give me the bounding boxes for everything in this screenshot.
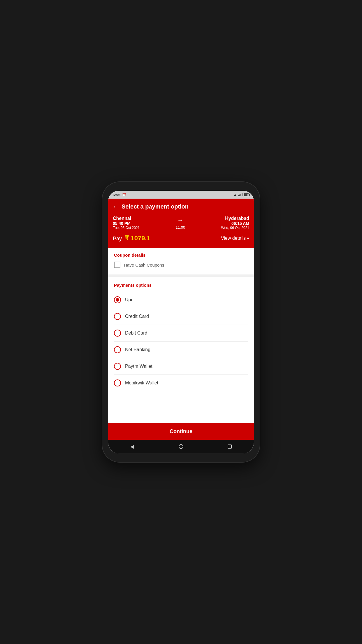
status-time: 12:03	[112, 193, 120, 197]
app-header: ← Select a payment option Chennai 05:40 …	[108, 199, 254, 248]
pay-label: Pay	[113, 236, 122, 242]
status-bar: 12:03 ⏰ ▲	[108, 191, 254, 199]
nav-bar: ◀	[108, 440, 254, 453]
alarm-icon: ⏰	[122, 193, 126, 197]
pay-row: Pay ₹ 1079.1 View details ▾	[113, 235, 249, 242]
radio-paytm-wallet	[114, 363, 121, 370]
radio-mobikwik-wallet	[114, 379, 121, 386]
coupon-row[interactable]: Have Cash Coupons	[114, 262, 248, 268]
payments-section-title: Payments options	[114, 283, 248, 288]
status-bar-left: 12:03 ⏰	[112, 193, 126, 197]
payment-option-mobikwik-wallet[interactable]: Mobikwik Wallet	[114, 375, 248, 391]
route-row: Chennai 05:40 PM Tue, 05 Oct 2021 → 11:0…	[113, 216, 249, 230]
radio-net-banking	[114, 346, 121, 353]
coupon-label: Have Cash Coupons	[124, 262, 164, 267]
route-arrow-icon: →	[177, 216, 184, 224]
nav-home-button[interactable]	[179, 444, 183, 449]
page-title: Select a payment option	[122, 203, 189, 210]
chevron-down-icon: ▾	[247, 236, 249, 241]
back-button[interactable]: ←	[113, 203, 119, 210]
origin-date: Tue, 05 Oct 2021	[113, 226, 140, 230]
pay-label-amount: Pay ₹ 1079.1	[113, 235, 150, 242]
nav-back-button[interactable]: ◀	[130, 443, 134, 450]
payment-label-mobikwik-wallet: Mobikwik Wallet	[125, 380, 158, 386]
payment-label-net-banking: Net Banking	[125, 347, 150, 352]
coupon-section-title: Coupon details	[114, 253, 248, 258]
view-details-label: View details	[221, 236, 246, 241]
coupon-checkbox[interactable]	[114, 262, 120, 268]
payment-option-debit-card[interactable]: Debit Card	[114, 325, 248, 342]
payment-label-upi: Upi	[125, 297, 132, 302]
nav-recents-button[interactable]	[228, 444, 232, 449]
payment-option-upi[interactable]: Upi	[114, 292, 248, 308]
route-duration: 11:00	[176, 225, 185, 230]
destination-time: 06:15 AM	[221, 221, 249, 226]
battery-icon	[244, 193, 250, 196]
payment-label-credit-card: Credit Card	[125, 314, 149, 319]
view-details-button[interactable]: View details ▾	[221, 236, 249, 241]
payment-option-paytm-wallet[interactable]: Paytm Wallet	[114, 358, 248, 375]
content-area: Coupon details Have Cash Coupons Payment…	[108, 248, 254, 423]
coupon-section: Coupon details Have Cash Coupons	[108, 248, 254, 273]
origin-time: 05:40 PM	[113, 221, 140, 226]
destination-city: Hyderabad	[221, 216, 249, 221]
signal-icon	[238, 193, 242, 196]
payment-label-debit-card: Debit Card	[125, 330, 147, 336]
destination-block: Hyderabad 06:15 AM Wed, 06 Oct 2021	[221, 216, 249, 230]
route-center: → 11:00	[176, 216, 185, 230]
wifi-icon: ▲	[233, 192, 237, 197]
phone-screen: 12:03 ⏰ ▲	[108, 191, 254, 453]
radio-credit-card	[114, 313, 121, 320]
radio-debit-card	[114, 330, 121, 337]
payment-option-net-banking[interactable]: Net Banking	[114, 342, 248, 358]
origin-city: Chennai	[113, 216, 140, 221]
origin-block: Chennai 05:40 PM Tue, 05 Oct 2021	[113, 216, 140, 230]
pay-amount: ₹ 1079.1	[125, 235, 150, 242]
payment-option-credit-card[interactable]: Credit Card	[114, 308, 248, 325]
phone-shell: 12:03 ⏰ ▲	[102, 182, 260, 462]
payments-section: Payments options Upi Credit Card Debit	[108, 278, 254, 392]
radio-upi-fill	[116, 298, 119, 302]
destination-date: Wed, 06 Oct 2021	[221, 226, 249, 230]
status-bar-right: ▲	[233, 192, 250, 197]
section-divider	[108, 274, 254, 277]
payment-label-paytm-wallet: Paytm Wallet	[125, 364, 152, 369]
continue-button[interactable]: Continue	[108, 423, 254, 440]
header-title-row: ← Select a payment option	[113, 203, 249, 210]
radio-upi	[114, 296, 121, 303]
